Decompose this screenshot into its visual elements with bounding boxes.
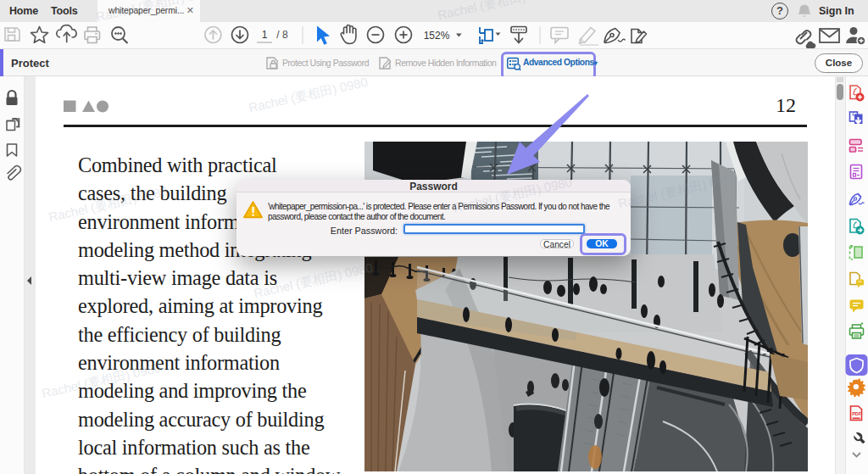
svg-text:1: 1 xyxy=(262,29,268,41)
svg-text:152%: 152% xyxy=(424,30,450,42)
svg-text:/ 8: / 8 xyxy=(276,29,288,41)
svg-text:PDF: PDF xyxy=(852,411,862,416)
